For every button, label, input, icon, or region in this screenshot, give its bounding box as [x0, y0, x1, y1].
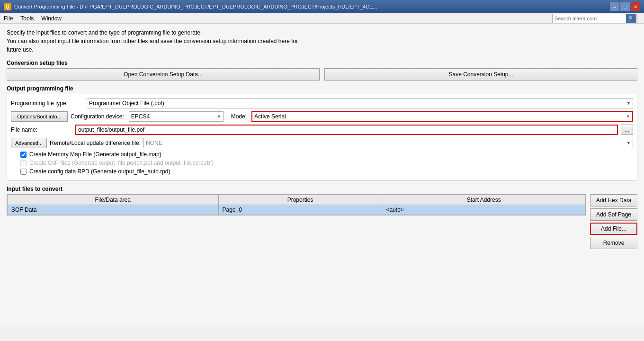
- table-row[interactable]: SOF Data Page_0 <auto>: [8, 205, 586, 215]
- config-device-value: EPCS4: [131, 113, 150, 120]
- search-box: 🔍: [552, 14, 637, 23]
- cell-properties: Page_0: [218, 205, 382, 215]
- create-memory-map-checkbox[interactable]: [20, 152, 27, 158]
- main-content: Specify the input files to convert and t…: [0, 24, 644, 327]
- menu-item-tools[interactable]: Tools: [17, 13, 37, 23]
- desc-line2: You can also import input file informati…: [7, 37, 637, 45]
- input-table-wrapper: File/Data area Properties Start Address …: [7, 194, 586, 215]
- table-actions: Add Hex Data Add Sof Page Add File... Re…: [590, 194, 637, 249]
- remove-button[interactable]: Remove: [590, 237, 637, 249]
- app-icon: Q: [4, 3, 11, 10]
- search-input[interactable]: [553, 14, 626, 23]
- config-device-label: Configuration device:: [71, 113, 124, 120]
- title-controls: – □ ✕: [610, 2, 640, 11]
- create-memory-map-label: Create Memory Map File (Generate output_…: [29, 151, 161, 158]
- prog-file-type-row: Programming file type: Programmer Object…: [11, 98, 633, 108]
- remote-arrow: ▼: [626, 141, 631, 145]
- create-cvp-files-checkbox[interactable]: [20, 160, 27, 166]
- menu-item-window[interactable]: Window: [37, 13, 65, 23]
- input-files-label: Input files to convert: [7, 186, 637, 192]
- create-config-rpd-label: Create config data RPD (Generate output_…: [29, 168, 170, 175]
- input-table: File/Data area Properties Start Address …: [7, 195, 586, 215]
- remote-value: NONE: [146, 140, 162, 146]
- window-title: Convert Programming File - D:/FPGA/EPT_D…: [14, 4, 377, 9]
- title-bar-left: Q Convert Programming File - D:/FPGA/EPT…: [4, 3, 377, 10]
- prog-file-type-value: Programmer Object File (.pof): [89, 100, 164, 107]
- cell-file-data: SOF Data: [8, 205, 219, 215]
- menu-bar: File Tools Window 🔍: [0, 13, 644, 24]
- file-name-label: File name:: [11, 126, 72, 133]
- mode-label: Mode:: [231, 113, 247, 120]
- prog-file-type-label: Programming file type:: [11, 100, 87, 107]
- output-programming-label: Output programming file: [7, 85, 637, 92]
- search-button[interactable]: 🔍: [626, 14, 636, 23]
- config-device-combo[interactable]: EPCS4 ▼: [129, 111, 224, 122]
- advanced-button[interactable]: Advanced...: [11, 138, 47, 148]
- remote-combo[interactable]: NONE ▼: [143, 138, 633, 148]
- col-header-properties: Properties: [218, 195, 382, 205]
- open-conversion-setup-button[interactable]: Open Conversion Setup Data...: [7, 68, 320, 81]
- menu-item-file[interactable]: File: [0, 13, 17, 23]
- prog-file-type-combo[interactable]: Programmer Object File (.pof) ▼: [87, 98, 633, 108]
- save-conversion-setup-button[interactable]: Save Conversion Setup...: [324, 68, 637, 81]
- col-header-file-data: File/Data area: [8, 195, 219, 205]
- conversion-setup-row: Open Conversion Setup Data... Save Conve…: [7, 68, 637, 81]
- add-sof-page-button[interactable]: Add Sof Page: [590, 208, 637, 221]
- file-name-row: File name: ...: [11, 125, 633, 135]
- col-header-start-address: Start Address: [382, 195, 586, 205]
- config-device-arrow: ▼: [217, 114, 221, 119]
- desc-line3: future use.: [7, 45, 637, 54]
- add-file-button[interactable]: Add File...: [590, 223, 637, 235]
- add-hex-data-button[interactable]: Add Hex Data: [590, 194, 637, 206]
- create-config-rpd-checkbox[interactable]: [20, 169, 27, 175]
- maximize-button[interactable]: □: [620, 2, 630, 11]
- config-row: Options/Boot info... Configuration devic…: [11, 111, 633, 122]
- file-name-input[interactable]: [75, 125, 618, 135]
- description: Specify the input files to convert and t…: [7, 28, 637, 54]
- title-bar: Q Convert Programming File - D:/FPGA/EPT…: [0, 0, 644, 13]
- input-area: File/Data area Properties Start Address …: [7, 194, 637, 249]
- output-section: Programming file type: Programmer Object…: [7, 94, 637, 181]
- browse-button[interactable]: ...: [621, 125, 633, 135]
- prog-file-type-arrow: ▼: [626, 101, 631, 106]
- checkbox-row-1: Create Memory Map File (Generate output_…: [11, 151, 633, 158]
- checkbox-row-3: Create config data RPD (Generate output_…: [11, 168, 633, 175]
- advanced-row: Advanced... Remote/Local update differen…: [11, 138, 633, 148]
- minimize-button[interactable]: –: [610, 2, 619, 11]
- remote-label: Remote/Local update difference file:: [50, 140, 141, 146]
- mode-arrow: ▼: [626, 114, 630, 119]
- create-cvp-files-label: Create CvP files (Generate output_file.p…: [29, 160, 214, 166]
- options-boot-button[interactable]: Options/Boot info...: [11, 111, 68, 122]
- desc-line1: Specify the input files to convert and t…: [7, 28, 637, 37]
- close-button[interactable]: ✕: [631, 2, 640, 11]
- checkbox-row-2: Create CvP files (Generate output_file.p…: [11, 160, 633, 166]
- cell-start-address: <auto>: [382, 205, 586, 215]
- mode-value: Active Serial: [254, 113, 286, 120]
- mode-combo[interactable]: Active Serial ▼: [251, 111, 633, 122]
- conversion-setup-label: Conversion setup files: [7, 60, 637, 66]
